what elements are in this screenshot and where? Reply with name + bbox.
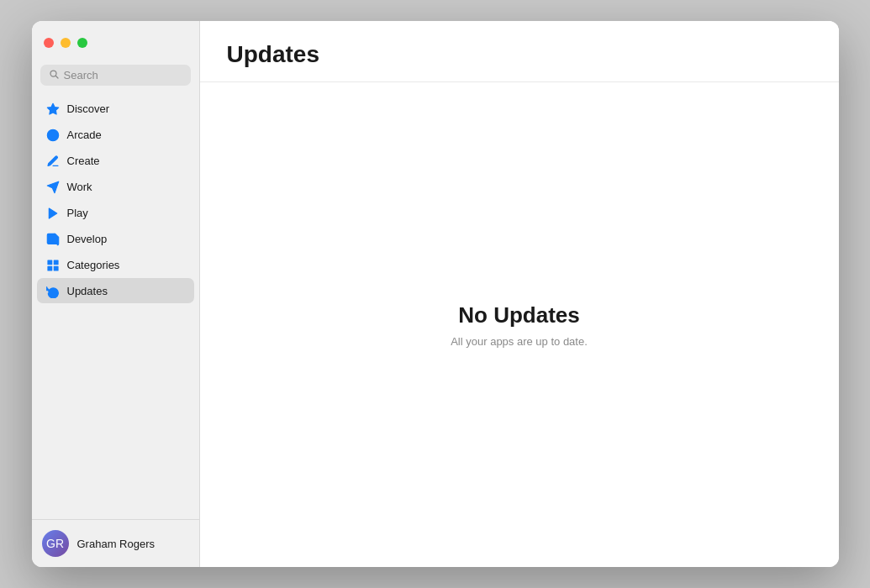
close-button[interactable] <box>44 38 54 48</box>
sidebar-item-develop-label: Develop <box>67 233 108 245</box>
categories-icon <box>45 257 61 272</box>
sidebar-item-arcade[interactable]: Arcade <box>37 122 194 147</box>
sidebar-item-updates[interactable]: Updates <box>37 278 194 303</box>
sidebar-item-work-label: Work <box>67 181 92 193</box>
arcade-icon <box>45 127 61 142</box>
sidebar-item-updates-label: Updates <box>67 285 108 297</box>
star-icon <box>45 101 61 116</box>
sidebar-item-play[interactable]: Play <box>37 200 194 225</box>
sidebar-item-create[interactable]: Create <box>37 148 194 173</box>
search-icon <box>49 69 59 81</box>
play-icon <box>45 205 61 220</box>
sidebar-item-develop[interactable]: Develop <box>37 226 194 251</box>
sidebar-item-create-label: Create <box>67 155 100 167</box>
no-updates-subheading: All your apps are up to date. <box>451 335 588 348</box>
sidebar-item-categories-label: Categories <box>67 259 120 271</box>
sidebar-item-arcade-label: Arcade <box>67 129 102 141</box>
sidebar-item-play-label: Play <box>67 207 88 219</box>
app-window: Search Discover <box>32 21 839 567</box>
svg-marker-6 <box>47 181 58 192</box>
svg-rect-13 <box>54 267 58 271</box>
work-icon <box>45 179 61 194</box>
minimize-button[interactable] <box>61 38 71 48</box>
updates-icon <box>45 283 61 298</box>
sidebar-item-discover[interactable]: Discover <box>37 96 194 121</box>
main-header: Updates <box>200 21 839 82</box>
avatar: GR <box>42 530 69 557</box>
sidebar: Search Discover <box>32 21 200 567</box>
svg-marker-7 <box>49 208 56 218</box>
svg-rect-14 <box>48 267 52 271</box>
search-label: Search <box>64 69 98 81</box>
svg-line-1 <box>55 76 58 78</box>
avatar-initials: GR <box>46 537 64 550</box>
maximize-button[interactable] <box>77 38 87 48</box>
svg-rect-11 <box>48 260 52 265</box>
sidebar-footer: GR Graham Rogers <box>32 519 199 567</box>
create-icon <box>45 153 61 168</box>
svg-marker-2 <box>47 103 58 114</box>
page-title: Updates <box>227 41 812 68</box>
no-updates-heading: No Updates <box>458 302 579 328</box>
titlebar <box>32 21 199 65</box>
sidebar-item-discover-label: Discover <box>67 102 110 115</box>
sidebar-item-categories[interactable]: Categories <box>37 252 194 277</box>
search-bar[interactable]: Search <box>40 65 191 86</box>
sidebar-item-work[interactable]: Work <box>37 174 194 199</box>
user-name: Graham Rogers <box>77 538 155 550</box>
svg-rect-12 <box>54 260 58 265</box>
develop-icon <box>45 231 61 246</box>
sidebar-nav: Discover Arcade <box>32 96 199 519</box>
main-content: Updates No Updates All your apps are up … <box>200 21 839 567</box>
main-body: No Updates All your apps are up to date. <box>200 82 839 567</box>
